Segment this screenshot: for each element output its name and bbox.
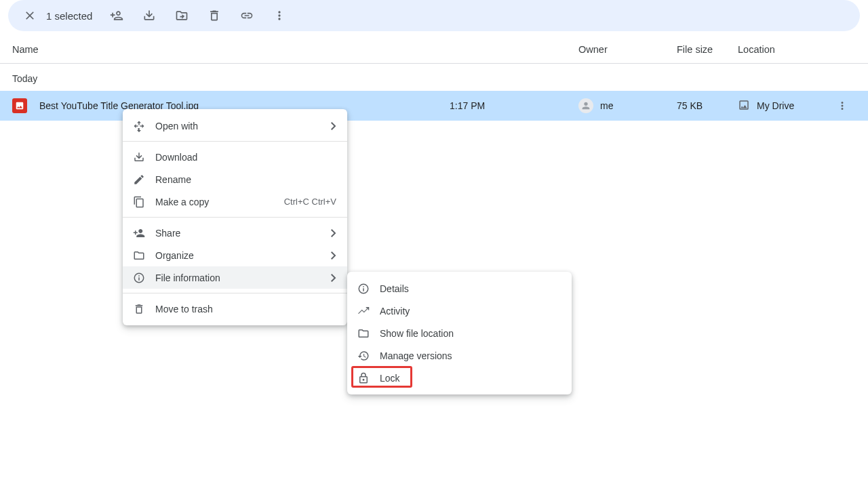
image-file-icon: [12, 98, 27, 113]
menu-item-open-with[interactable]: Open with: [123, 115, 347, 137]
move-button[interactable]: [168, 2, 195, 29]
submenu-item-label: Manage versions: [380, 350, 561, 361]
file-location: My Drive: [757, 100, 794, 111]
menu-separator: [123, 141, 347, 142]
more-vert-icon: [273, 9, 286, 22]
menu-item-label: Open with: [155, 121, 319, 131]
delete-button[interactable]: [201, 2, 228, 29]
menu-item-label: Move to trash: [155, 304, 336, 314]
menu-item-label: File information: [155, 272, 319, 283]
trash-icon: [132, 303, 146, 315]
edit-icon: [132, 174, 146, 186]
folder-outline-icon: [357, 327, 370, 340]
column-header-location[interactable]: Location: [738, 44, 829, 55]
table-header: Name Owner File size Location: [0, 35, 868, 64]
move-to-folder-icon: [175, 9, 189, 22]
more-actions-button[interactable]: [266, 2, 293, 29]
menu-item-share[interactable]: Share: [123, 222, 347, 244]
menu-item-label: Rename: [155, 174, 336, 185]
submenu-item-activity[interactable]: Activity: [347, 300, 572, 322]
copy-icon: [132, 196, 146, 208]
submenu-item-label: Activity: [380, 306, 561, 317]
chevron-right-icon: [328, 274, 336, 282]
submenu-item-label: Show file location: [380, 328, 561, 339]
submenu-item-lock[interactable]: Lock: [347, 367, 572, 389]
file-information-submenu: Details Activity Show file location Mana…: [347, 272, 572, 394]
open-with-icon: [132, 120, 146, 132]
submenu-item-details[interactable]: Details: [347, 277, 572, 300]
person-add-icon: [110, 9, 123, 22]
menu-item-label: Download: [155, 152, 336, 163]
lock-icon: [357, 372, 370, 384]
download-icon: [132, 151, 146, 163]
selection-count: 1 selected: [46, 10, 92, 22]
file-time: 1:17 PM: [450, 100, 578, 111]
trash-icon: [208, 9, 221, 22]
menu-item-organize[interactable]: Organize: [123, 244, 347, 266]
close-icon: [23, 9, 37, 22]
more-vert-icon: [836, 100, 848, 112]
info-icon: [357, 283, 370, 295]
history-icon: [357, 350, 370, 362]
menu-item-label: Make a copy: [155, 197, 275, 207]
menu-separator: [123, 293, 347, 293]
folder-icon: [132, 249, 146, 262]
context-menu: Open with Download Rename Make a copy Ct…: [123, 109, 347, 325]
file-row-more-button[interactable]: [829, 100, 856, 112]
selection-toolbar: 1 selected: [8, 0, 860, 31]
menu-item-shortcut: Ctrl+C Ctrl+V: [284, 197, 336, 207]
menu-separator: [123, 217, 347, 218]
column-header-size[interactable]: File size: [677, 44, 738, 55]
menu-item-file-information[interactable]: File information: [123, 266, 347, 289]
download-button[interactable]: [136, 2, 163, 29]
menu-item-make-copy[interactable]: Make a copy Ctrl+C Ctrl+V: [123, 190, 347, 213]
submenu-item-label: Details: [380, 283, 561, 294]
chevron-right-icon: [328, 122, 336, 130]
chevron-right-icon: [328, 229, 336, 237]
owner-avatar: [578, 98, 593, 113]
menu-item-move-to-trash[interactable]: Move to trash: [123, 298, 347, 320]
close-selection-button[interactable]: [16, 2, 43, 29]
activity-icon: [357, 305, 370, 317]
submenu-item-label: Lock: [380, 373, 561, 384]
share-button[interactable]: [103, 2, 130, 29]
drive-icon: [738, 99, 750, 113]
menu-item-label: Share: [155, 228, 319, 239]
date-group-label: Today: [0, 64, 868, 91]
get-link-button[interactable]: [233, 2, 260, 29]
submenu-item-show-location[interactable]: Show file location: [347, 322, 572, 344]
info-icon: [132, 272, 146, 284]
column-header-owner[interactable]: Owner: [578, 44, 677, 55]
menu-item-download[interactable]: Download: [123, 146, 347, 168]
download-icon: [142, 9, 156, 22]
file-size: 75 KB: [677, 100, 738, 111]
menu-item-label: Organize: [155, 250, 319, 261]
person-add-icon: [132, 227, 146, 239]
column-header-name[interactable]: Name: [12, 44, 450, 55]
link-icon: [240, 9, 254, 22]
chevron-right-icon: [328, 251, 336, 260]
menu-item-rename[interactable]: Rename: [123, 168, 347, 190]
submenu-item-manage-versions[interactable]: Manage versions: [347, 344, 572, 367]
file-owner: me: [600, 100, 613, 111]
